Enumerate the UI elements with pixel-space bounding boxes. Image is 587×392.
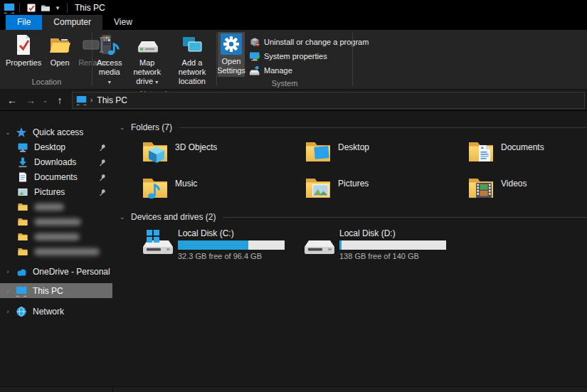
section-rule <box>223 217 587 218</box>
sidebar-item-quick-access[interactable]: ⌄ Quick access <box>0 125 112 139</box>
chevron-right-icon[interactable]: › <box>0 308 16 315</box>
videos-folder-icon <box>467 174 495 202</box>
map-network-drive-button[interactable]: Map network drive ▾ <box>125 32 168 88</box>
properties-icon <box>12 33 35 56</box>
dropdown-arrow-icon: ▾ <box>108 79 111 85</box>
chevron-right-icon[interactable]: › <box>0 268 16 275</box>
sidebar-item-pictures[interactable]: Pictures <box>0 184 112 199</box>
this-pc-label: This PC <box>33 286 63 296</box>
capacity-bar <box>339 240 446 250</box>
desktop-icon <box>17 142 28 153</box>
chevron-down-icon[interactable]: ⌄ <box>120 124 129 131</box>
recent-locations-button[interactable]: ⌄ <box>40 97 51 104</box>
this-pc-icon <box>16 285 27 297</box>
up-button[interactable]: ↑ <box>51 95 69 106</box>
open-settings-button[interactable]: Open Settings <box>218 32 245 77</box>
file-list-area: ⌄ Folders (7) 3D Objects Desktop Documen… <box>112 111 587 386</box>
sidebar-item-downloads[interactable]: Downloads <box>0 154 112 169</box>
network-location-icon <box>181 33 203 56</box>
properties-label: Properties <box>6 58 41 68</box>
uninstall-label: Uninstall or change a program <box>264 38 369 46</box>
drives-section-header[interactable]: ⌄ Devices and drives (2) <box>120 212 587 222</box>
breadcrumb-chevron-icon: › <box>90 96 92 104</box>
sidebar-item-redacted[interactable] <box>0 199 112 214</box>
folder-icon <box>17 201 28 213</box>
redacted-label <box>34 218 81 226</box>
redacted-label <box>34 203 64 211</box>
sidebar-item-redacted[interactable] <box>0 229 112 244</box>
capacity-bar-fill <box>339 240 342 250</box>
system-properties-label: System properties <box>264 52 327 60</box>
drive-name: Local Disk (D:) <box>339 228 446 238</box>
forward-button[interactable]: → <box>21 95 40 106</box>
local-disk-d-icon <box>302 230 337 258</box>
manage-icon <box>249 65 260 76</box>
pictures-icon <box>17 186 28 198</box>
add-network-location-button[interactable]: Add a network location <box>169 32 216 88</box>
uninstall-program-button[interactable]: Uninstall or change a program <box>249 35 369 48</box>
folder-tile-3d-objects[interactable]: 3D Objects <box>141 137 304 166</box>
system-properties-button[interactable]: System properties <box>249 49 369 63</box>
dropdown-arrow-icon: ▾ <box>155 79 158 85</box>
drives-header-label: Devices and drives (2) <box>131 212 216 222</box>
properties-button[interactable]: Properties <box>2 32 45 69</box>
sidebar-item-this-pc[interactable]: › This PC <box>0 283 112 298</box>
pictures-label: Pictures <box>34 187 65 197</box>
tab-view[interactable]: View <box>102 15 144 30</box>
sidebar-item-documents[interactable]: Documents <box>0 169 112 184</box>
sidebar-item-redacted[interactable] <box>0 244 112 259</box>
folder-tile-documents[interactable]: Documents <box>467 137 587 166</box>
tab-computer[interactable]: Computer <box>42 15 102 30</box>
music-folder-icon <box>141 174 169 202</box>
folder-tile-music[interactable]: Music <box>141 174 304 202</box>
qat-customize-button[interactable]: ▾ <box>53 4 63 11</box>
documents-folder-icon <box>467 137 495 166</box>
access-media-label: Access media <box>97 58 122 76</box>
settings-gear-icon <box>221 33 242 55</box>
folders-grid: 3D Objects Desktop Documents Music Pictu… <box>141 137 587 202</box>
chevron-down-icon[interactable]: ⌄ <box>120 213 129 221</box>
tab-file[interactable]: File <box>6 15 42 30</box>
folders-section-header[interactable]: ⌄ Folders (7) <box>120 122 587 132</box>
manage-button[interactable]: Manage <box>249 63 369 77</box>
address-bar[interactable]: › This PC <box>72 92 585 109</box>
folder-tile-videos[interactable]: Videos <box>467 174 587 202</box>
system-properties-icon <box>249 51 260 62</box>
navigation-bar: ← → ⌄ ↑ › This PC <box>0 90 587 111</box>
redacted-label <box>34 233 80 240</box>
sidebar-item-desktop[interactable]: Desktop <box>0 139 112 154</box>
sidebar-item-onedrive[interactable]: › OneDrive - Personal <box>0 264 112 279</box>
open-folder-icon <box>48 33 71 56</box>
drive-name: Local Disk (C:) <box>178 228 285 238</box>
this-pc-app-icon <box>4 2 15 14</box>
back-button[interactable]: ← <box>3 95 21 106</box>
qat-new-folder-button[interactable] <box>38 1 53 14</box>
chevron-right-icon[interactable]: › <box>0 287 16 295</box>
folder-tile-desktop[interactable]: Desktop <box>304 137 467 166</box>
section-rule <box>179 127 587 128</box>
sidebar-item-network[interactable]: › Network <box>0 304 112 319</box>
folder-name: Documents <box>501 142 544 166</box>
chevron-down-icon[interactable]: ⌄ <box>0 129 16 136</box>
group-label-system: System <box>218 78 351 90</box>
3d-objects-folder-icon <box>141 137 169 166</box>
pictures-folder-icon <box>304 174 332 202</box>
open-label: Open <box>51 58 70 68</box>
quick-access-label: Quick access <box>33 127 83 137</box>
breadcrumb[interactable]: This PC <box>97 95 127 105</box>
drive-tile-d[interactable]: Local Disk (D:) 138 GB free of 140 GB <box>302 228 487 260</box>
documents-icon <box>17 171 28 183</box>
pin-icon <box>99 144 106 151</box>
folder-tile-pictures[interactable]: Pictures <box>304 174 467 202</box>
sidebar-item-redacted[interactable] <box>0 214 112 229</box>
ribbon-group-location: Properties Open Rename Location <box>2 30 91 89</box>
folder-icon <box>17 246 28 258</box>
folder-icon <box>17 216 28 228</box>
qat-properties-button[interactable] <box>24 1 38 14</box>
open-button[interactable]: Open <box>45 32 75 69</box>
window-title: This PC <box>75 3 105 13</box>
manage-label: Manage <box>264 66 292 75</box>
desktop-folder-icon <box>304 137 332 166</box>
pin-icon <box>99 174 106 181</box>
drive-tile-c[interactable]: Local Disk (C:) 32.3 GB free of 96.4 GB <box>141 228 302 260</box>
